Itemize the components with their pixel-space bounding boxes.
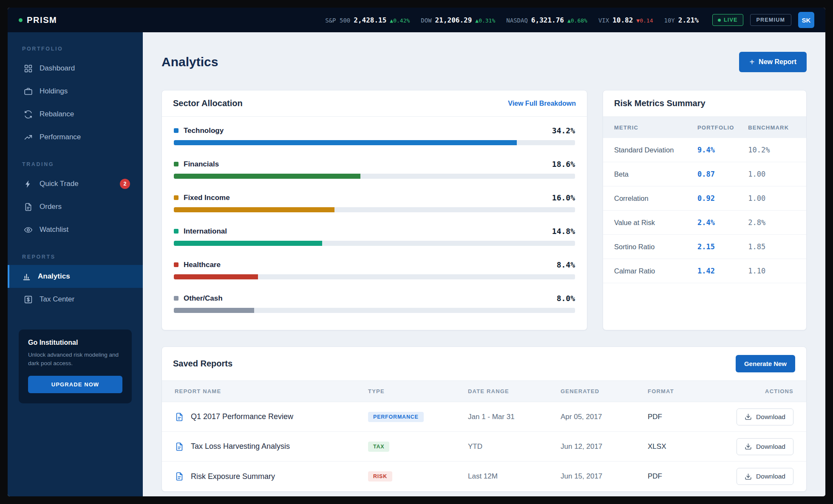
- upgrade-now-button[interactable]: UPGRADE NOW: [28, 376, 122, 393]
- generate-new-button[interactable]: Generate New: [736, 355, 795, 372]
- dashboard-grid-icon: [24, 64, 33, 73]
- report-name-cell: Tax Loss Harvesting Analysis: [175, 442, 368, 451]
- app-window: PRISM S&P 5002,428.15▲0.42%DOW21,206.29▲…: [8, 8, 825, 496]
- sector-value: 18.6%: [552, 160, 575, 169]
- sector-row-header: Technology34.2%: [174, 126, 575, 135]
- reports-table-header-row: REPORT NAMETYPEDATE RANGEGENERATEDFORMAT…: [162, 381, 806, 402]
- ticker-change: ▲0.42%: [390, 17, 410, 24]
- risk-table-header-row: METRICPORTFOLIOBENCHMARK: [603, 117, 806, 138]
- sidebar-item-performance[interactable]: Performance: [8, 126, 143, 149]
- sidebar-item-holdings[interactable]: Holdings: [8, 80, 143, 103]
- reports-column-header: FORMAT: [648, 388, 711, 394]
- sidebar-item-rebalance[interactable]: Rebalance: [8, 103, 143, 126]
- premium-badge: PREMIUM: [750, 14, 791, 26]
- sidebar-item-watchlist[interactable]: Watchlist: [8, 218, 143, 241]
- sidebar-item-label: Dashboard: [40, 64, 75, 73]
- nav-section-portfolio: PORTFOLIODashboardHoldingsRebalancePerfo…: [8, 46, 143, 149]
- sidebar-item-dashboard[interactable]: Dashboard: [8, 57, 143, 80]
- report-type-badge: TAX: [368, 442, 389, 452]
- live-badge: LIVE: [712, 14, 743, 26]
- sidebar: PORTFOLIODashboardHoldingsRebalancePerfo…: [8, 32, 143, 496]
- sector-value: 14.8%: [552, 227, 575, 236]
- download-button[interactable]: Download: [737, 438, 793, 455]
- ticker-change: ▲0.68%: [567, 17, 587, 24]
- ticker-label: 10Y: [664, 17, 675, 24]
- report-format: PDF: [648, 413, 711, 421]
- sidebar-item-label: Quick Trade: [40, 180, 79, 188]
- ticker-vix: VIX10.82▼0.14: [598, 16, 653, 24]
- risk-benchmark-value: 1.00: [748, 194, 795, 203]
- ticker-value: 10.82: [612, 16, 633, 24]
- sector-bar-track: [174, 174, 575, 179]
- risk-portfolio-value: 1.42: [697, 267, 748, 275]
- new-report-button[interactable]: + New Report: [739, 52, 807, 72]
- report-date-range: Jan 1 - Mar 31: [468, 413, 561, 421]
- sector-row-header: Healthcare8.4%: [174, 260, 575, 269]
- reports-column-header: ACTIONS: [711, 388, 793, 394]
- risk-metrics-card: Risk Metrics Summary METRICPORTFOLIOBENC…: [603, 90, 807, 330]
- promo-title: Go Institutional: [28, 339, 122, 346]
- dollar-icon: [24, 295, 33, 304]
- logo-text: PRISM: [27, 15, 57, 25]
- view-full-breakdown-link[interactable]: View Full Breakdown: [508, 100, 576, 107]
- sector-allocation-title: Sector Allocation: [173, 99, 243, 108]
- risk-portfolio-value: 0.92: [697, 194, 748, 203]
- report-generated: Apr 05, 2017: [561, 413, 648, 421]
- sector-row-header: Financials18.6%: [174, 160, 575, 169]
- report-format: XLSX: [648, 442, 711, 451]
- risk-metric-name: Calmar Ratio: [614, 267, 697, 275]
- file-icon: [175, 442, 184, 451]
- sidebar-item-analytics[interactable]: Analytics: [8, 265, 143, 288]
- risk-metric-name: Beta: [614, 170, 697, 178]
- sidebar-nav: PORTFOLIODashboardHoldingsRebalancePerfo…: [8, 42, 143, 311]
- report-type-badge: RISK: [368, 471, 392, 481]
- sidebar-item-quick-trade[interactable]: Quick Trade2: [8, 172, 143, 195]
- nav-section-trading: TRADINGQuick Trade2OrdersWatchlist: [8, 161, 143, 241]
- ticker-change: ▲0.31%: [475, 17, 495, 24]
- refresh-icon: [24, 110, 33, 119]
- bolt-icon: [24, 180, 33, 189]
- app-shell: PORTFOLIODashboardHoldingsRebalancePerfo…: [8, 32, 825, 496]
- sector-bar-fill: [174, 308, 254, 313]
- logo: PRISM: [19, 15, 57, 25]
- report-name: Tax Loss Harvesting Analysis: [191, 442, 290, 451]
- report-format: PDF: [648, 472, 711, 481]
- risk-metric-name: Sortino Ratio: [614, 243, 697, 251]
- avatar[interactable]: SK: [798, 12, 814, 28]
- saved-reports-title: Saved Reports: [173, 359, 232, 369]
- sector-bullet-icon: [174, 229, 178, 234]
- report-type-cell: RISK: [368, 471, 468, 481]
- report-row: Risk Exposure SummaryRISKLast 12MJun 15,…: [162, 462, 806, 491]
- reports-column-header: GENERATED: [561, 388, 648, 394]
- sidebar-item-tax-center[interactable]: Tax Center: [8, 288, 143, 311]
- sidebar-item-label: Holdings: [40, 87, 68, 96]
- sidebar-item-label: Analytics: [38, 272, 70, 281]
- download-button[interactable]: Download: [737, 408, 793, 425]
- risk-benchmark-value: 1.00: [748, 170, 795, 178]
- risk-column-header: METRIC: [614, 124, 697, 131]
- risk-benchmark-value: 1.85: [748, 242, 795, 251]
- saved-reports-card: Saved Reports Generate New REPORT NAMETY…: [162, 346, 807, 492]
- live-dot-icon: [718, 19, 721, 22]
- sector-bullet-icon: [174, 296, 178, 301]
- ticker-label: S&P 500: [325, 17, 350, 24]
- nav-section-reports: REPORTSAnalyticsTax Center: [8, 254, 143, 311]
- plus-icon: +: [749, 58, 754, 66]
- sector-row-header: Fixed Income16.0%: [174, 193, 575, 202]
- cards-row: Sector Allocation View Full Breakdown Te…: [162, 90, 807, 330]
- download-button[interactable]: Download: [737, 468, 793, 485]
- sector-label: Technology: [184, 127, 224, 135]
- download-label: Download: [756, 413, 785, 421]
- ticker-s-p-500: S&P 5002,428.15▲0.42%: [325, 16, 410, 24]
- ticker-value: 2.21%: [678, 16, 699, 24]
- sector-value: 16.0%: [552, 193, 575, 202]
- sector-bar-fill: [174, 241, 322, 246]
- sidebar-item-orders[interactable]: Orders: [8, 195, 143, 218]
- ticker-label: NASDAQ: [506, 17, 528, 24]
- risk-portfolio-value: 2.15: [697, 242, 748, 251]
- bar-chart-icon: [22, 272, 31, 281]
- page-title: Analytics: [162, 55, 218, 69]
- sector-bullet-icon: [174, 262, 178, 267]
- trend-up-icon: [24, 133, 33, 142]
- ticker-nasdaq: NASDAQ6,321.76▲0.68%: [506, 16, 587, 24]
